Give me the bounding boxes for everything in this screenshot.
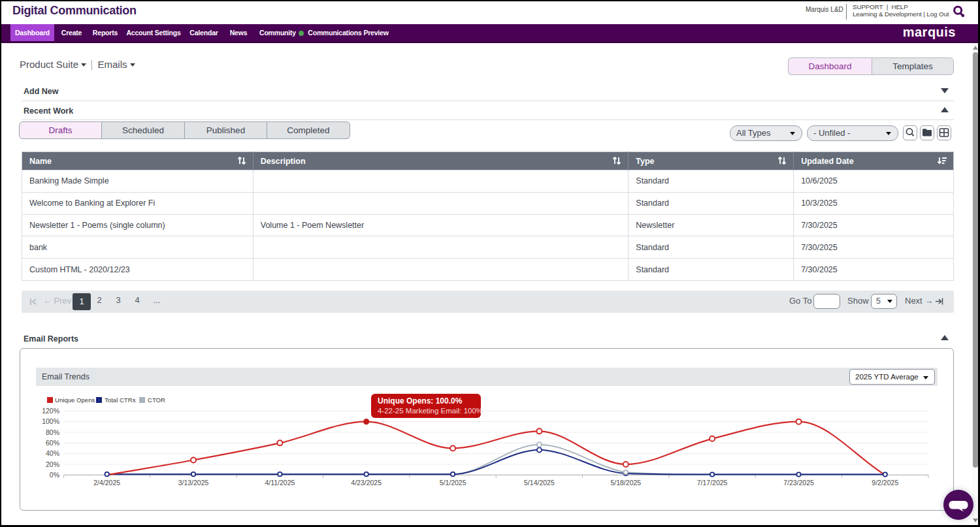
svg-text:7/23/2025: 7/23/2025 (783, 479, 814, 487)
svg-text:Total CTRs: Total CTRs (105, 396, 136, 404)
svg-text:Unique Opens: Unique Opens (55, 396, 95, 404)
svg-text:4/11/2025: 4/11/2025 (265, 479, 295, 487)
svg-text:40%: 40% (46, 449, 59, 457)
svg-text:CTOR: CTOR (148, 396, 165, 404)
svg-text:2/4/2025: 2/4/2025 (93, 479, 120, 487)
svg-text:7/17/2025: 7/17/2025 (697, 479, 728, 487)
svg-text:80%: 80% (46, 428, 59, 436)
svg-text:120%: 120% (42, 407, 59, 415)
svg-text:5/1/2025: 5/1/2025 (440, 479, 466, 487)
svg-text:5/18/2025: 5/18/2025 (610, 479, 641, 487)
svg-text:4/23/2025: 4/23/2025 (351, 479, 382, 487)
svg-text:60%: 60% (46, 439, 59, 447)
svg-text:0%: 0% (50, 471, 59, 479)
svg-text:3/13/2025: 3/13/2025 (178, 479, 209, 487)
svg-text:5/14/2025: 5/14/2025 (524, 479, 555, 487)
svg-text:9/2/2025: 9/2/2025 (872, 479, 898, 487)
svg-text:100%: 100% (42, 417, 59, 425)
svg-text:20%: 20% (46, 460, 59, 468)
